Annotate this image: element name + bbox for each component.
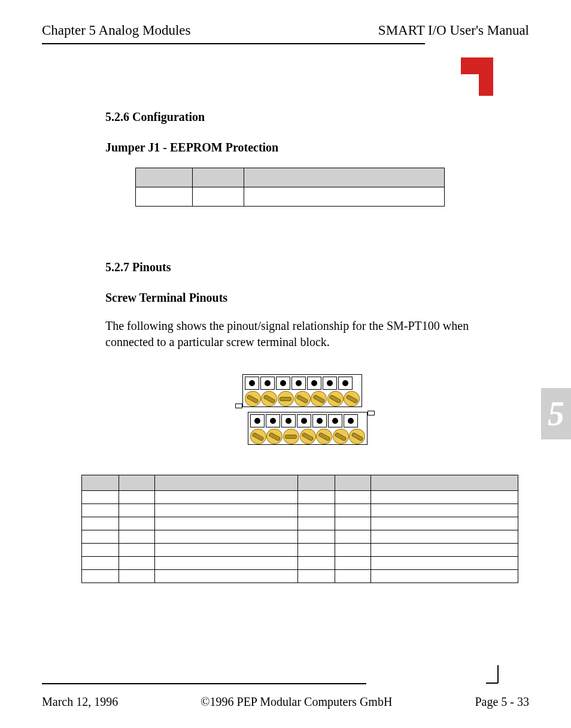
jumper-j1-subheading: Jumper J1 - EEPROM Protection	[105, 141, 499, 154]
svg-rect-1	[479, 57, 493, 96]
chapter-side-tab: 5	[541, 388, 571, 439]
table-row	[82, 475, 518, 491]
table-row	[82, 530, 518, 544]
table-row	[82, 517, 518, 530]
header-manual-title: SMART I/O User's Manual	[378, 23, 529, 38]
header-chapter: Chapter 5 Analog Modules	[42, 23, 191, 38]
footer-rule	[42, 683, 366, 684]
side-tab-number: 5	[548, 395, 564, 433]
crop-mark-icon	[480, 665, 499, 687]
table-row	[136, 187, 445, 207]
table-row	[82, 491, 518, 504]
footer-copyright: ©1996 PEP Modular Computers GmbH	[201, 695, 392, 709]
screw-terminal-subheading: Screw Terminal Pinouts	[105, 291, 499, 305]
table-row	[136, 168, 445, 187]
footer-date: March 12, 1996	[42, 695, 118, 709]
table-row	[82, 557, 518, 570]
terminal-block-top	[242, 374, 362, 407]
page-footer: March 12, 1996 ©1996 PEP Modular Compute…	[42, 683, 529, 709]
table-row	[82, 570, 518, 583]
table-row	[82, 544, 518, 557]
page-header: Chapter 5 Analog Modules SMART I/O User'…	[42, 23, 529, 38]
section-5-2-6-heading: 5.2.6 Configuration	[105, 110, 499, 124]
pinout-table	[81, 475, 518, 583]
terminal-block-bottom	[248, 412, 367, 445]
jumper-table	[135, 168, 445, 207]
screw-terminal-diagram	[105, 374, 499, 445]
corner-mark-icon	[461, 57, 504, 98]
table-row	[82, 504, 518, 517]
footer-page-number: Page 5 - 33	[475, 695, 529, 709]
pinout-paragraph: The following shows the pinout/signal re…	[105, 318, 499, 350]
section-5-2-7-heading: 5.2.7 Pinouts	[105, 260, 499, 274]
